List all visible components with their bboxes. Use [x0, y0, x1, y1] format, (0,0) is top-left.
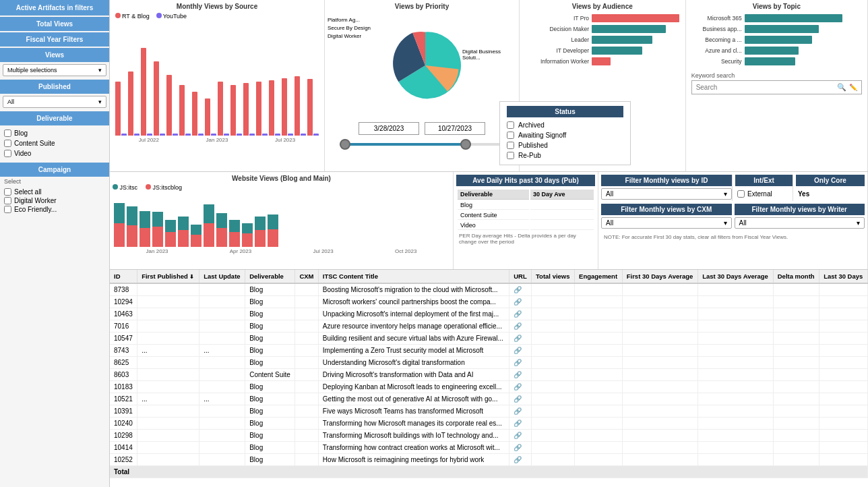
filter-cxm-dropdown[interactable]: All ▾ — [601, 217, 732, 229]
search-box[interactable]: 🔍 ✏️ — [691, 80, 862, 94]
date-end[interactable]: 10/27/2023 — [425, 122, 485, 135]
cell-url[interactable]: 🔗 — [509, 296, 532, 308]
web-x-jan: Jan 2023 — [146, 248, 168, 254]
range-slider[interactable] — [340, 138, 505, 151]
cell-first30 — [622, 345, 698, 357]
status-title: Status — [507, 106, 623, 117]
cell-last-update — [199, 333, 245, 345]
filter-writer-value: All — [739, 219, 747, 227]
cell-id: 8743 — [110, 345, 137, 357]
cell-url[interactable]: 🔗 — [509, 381, 532, 393]
filter-monthly-id-dropdown[interactable]: All ▾ — [601, 188, 732, 200]
deliverable-contentsuite-checkbox[interactable] — [4, 140, 11, 147]
audience-label-itdev: IT Developer — [525, 47, 589, 54]
views-priority-title: Views by Priority — [328, 3, 516, 10]
cell-first30 — [622, 430, 698, 442]
int-ext-external-label: External — [747, 190, 772, 198]
rt-blog-legend-label: RT & Blog — [122, 13, 150, 20]
published-dropdown[interactable]: All ▾ — [3, 96, 106, 108]
cell-engagement — [575, 442, 623, 454]
sort-firstpub[interactable]: ⬇ — [189, 274, 194, 280]
cell-deliverable: Blog — [245, 430, 295, 442]
cell-url[interactable]: 🔗 — [509, 418, 532, 430]
pencil-icon[interactable]: ✏️ — [849, 84, 857, 91]
website-views-title: Website Views (Blog and Main) — [113, 175, 450, 182]
cell-url[interactable]: 🔗 — [509, 393, 532, 405]
search-input[interactable] — [696, 84, 834, 91]
deliverable-video-label: Video — [14, 150, 31, 157]
deliverable-video-item: Video — [4, 148, 105, 159]
cell-id: 10252 — [110, 454, 137, 466]
web-x-oct: Oct 2023 — [395, 248, 416, 254]
cell-cxm — [295, 418, 318, 430]
views-dropdown[interactable]: Multiple selections ▾ — [3, 64, 106, 76]
campaign-digitalworker-checkbox[interactable] — [4, 197, 11, 204]
search-icon[interactable]: 🔍 — [837, 83, 846, 92]
cell-cxm — [295, 320, 318, 333]
cell-last30days — [819, 283, 868, 296]
priority-label-3: Digital Business Soluti... — [462, 49, 516, 61]
cell-deliverable: Blog — [245, 405, 295, 418]
filter-cxm-title: Filter Monthly views by CXM — [601, 204, 732, 215]
select-label: Select — [0, 177, 109, 186]
cell-url[interactable]: 🔗 — [509, 308, 532, 320]
status-awaiting-item: Awaiting Signoff — [507, 130, 623, 140]
keyword-search-label: Keyword search — [691, 72, 862, 79]
status-awaiting-checkbox[interactable] — [507, 132, 514, 139]
cell-cxm — [295, 442, 318, 454]
cell-total-views — [532, 381, 575, 393]
date-start[interactable]: 3/28/2023 — [359, 122, 419, 135]
campaign-selectall-checkbox[interactable] — [4, 188, 11, 196]
slider-right-thumb[interactable] — [460, 139, 471, 150]
audience-row-itdev: IT Developer — [525, 47, 680, 55]
active-artifacts-header: Active Artifacts in filters — [0, 0, 109, 16]
audience-row-itpro: IT Pro — [525, 14, 680, 22]
deliverable-video-checkbox[interactable] — [4, 150, 11, 157]
cell-first-pub — [137, 320, 199, 333]
campaign-eco-checkbox[interactable] — [4, 206, 11, 213]
cell-id: 10391 — [110, 405, 137, 418]
deliverable-blog-checkbox[interactable] — [4, 130, 11, 137]
cell-last-update — [199, 430, 245, 442]
status-repub-item: Re-Pub — [507, 150, 623, 161]
cell-delta — [773, 283, 819, 296]
slider-left-thumb[interactable] — [340, 139, 350, 150]
cell-url[interactable]: 🔗 — [509, 320, 532, 333]
cell-last30days — [819, 296, 868, 308]
cell-url[interactable]: 🔗 — [509, 283, 532, 296]
cell-last30 — [698, 283, 773, 296]
cell-title: Transforming how Microsoft manages its c… — [318, 418, 509, 430]
audience-bar-leader — [592, 36, 652, 44]
cell-engagement — [575, 369, 623, 381]
status-repub-checkbox[interactable] — [507, 152, 514, 159]
topic-row-ms365: Microsoft 365 — [691, 14, 862, 22]
filter-writer-dropdown[interactable]: All ▾ — [735, 217, 865, 229]
cell-deliverable: Blog — [245, 442, 295, 454]
cell-url[interactable]: 🔗 — [509, 345, 532, 357]
int-ext-external-checkbox[interactable] — [737, 190, 745, 198]
daily-ave-video — [530, 221, 594, 230]
table-row: 10240 Blog Transforming how Microsoft ma… — [110, 418, 868, 430]
cell-url[interactable]: 🔗 — [509, 405, 532, 418]
cell-id: 8603 — [110, 369, 137, 381]
topic-label-azure: Azure and cl... — [691, 47, 742, 54]
col-cxm: CXM — [295, 270, 318, 283]
cell-url[interactable]: 🔗 — [509, 430, 532, 442]
cell-cxm — [295, 369, 318, 381]
cell-url[interactable]: 🔗 — [509, 369, 532, 381]
cell-url[interactable]: 🔗 — [509, 333, 532, 345]
cell-total-views — [532, 430, 575, 442]
cell-delta — [773, 320, 819, 333]
cell-total-views — [532, 369, 575, 381]
cell-url[interactable]: 🔗 — [509, 442, 532, 454]
cell-url[interactable]: 🔗 — [509, 454, 532, 466]
cell-url[interactable]: 🔗 — [509, 357, 532, 369]
only-core-title: Only Core — [796, 175, 865, 186]
filter-monthly-bottom-row: Filter Monthly views by CXM All ▾ Filter… — [601, 204, 865, 230]
table-row: 8625 Blog Understanding Microsoft's digi… — [110, 357, 868, 369]
status-published-checkbox[interactable] — [507, 142, 514, 149]
status-archived-checkbox[interactable] — [507, 121, 514, 129]
cell-total-views — [532, 454, 575, 466]
cell-last30days — [819, 345, 868, 357]
col-total-views: Total views — [532, 270, 575, 283]
